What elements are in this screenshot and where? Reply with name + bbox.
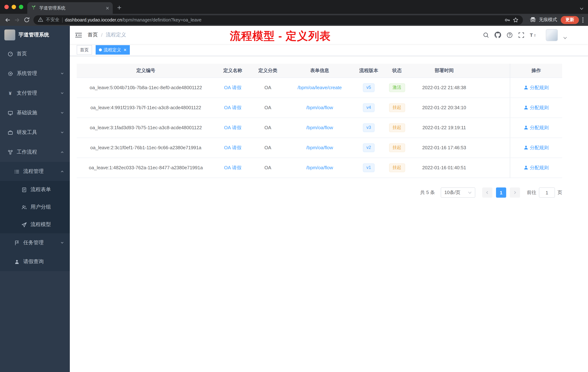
tag-home[interactable]: 首页: [77, 45, 92, 55]
sidebar-item-label: 首页: [17, 51, 27, 57]
sidebar-item-process-model[interactable]: 流程模型: [0, 216, 70, 233]
column-header: 状态: [383, 64, 410, 77]
sidebar-item-process-management[interactable]: 流程管理: [0, 162, 70, 181]
sidebar-item-payment[interactable]: ¥ 支付管理: [0, 83, 70, 103]
page-unit-label: 页: [557, 189, 562, 196]
sidebar-item-devtools[interactable]: 研发工具: [0, 123, 70, 142]
zoom-window-button[interactable]: [19, 5, 23, 9]
form-link[interactable]: /bpm/oa/flow: [306, 145, 333, 151]
sidebar-item-user-group[interactable]: 用户分组: [0, 198, 70, 216]
tab-close-icon[interactable]: [106, 6, 109, 10]
definition-category: OA: [251, 158, 285, 178]
url-bar[interactable]: 不安全 dashboard.yudao.iocoder.cn/bpm/manag…: [33, 15, 523, 25]
sidebar-item-workflow[interactable]: 工作流程: [0, 142, 70, 162]
sidebar-item-infrastructure[interactable]: 基础设施: [0, 103, 70, 123]
sidebar-item-task-management[interactable]: 任务管理: [0, 233, 70, 252]
search-icon[interactable]: [483, 32, 489, 38]
status-badge: 挂起: [389, 123, 405, 132]
form-link[interactable]: /bpm/oa/leave/create: [298, 85, 342, 91]
deploy-time: 2022-01-22 21:48:38: [410, 78, 478, 98]
hamburger-icon[interactable]: [75, 32, 82, 38]
minimize-window-button[interactable]: [12, 5, 16, 9]
version-badge: v2: [363, 143, 375, 152]
url-text[interactable]: dashboard.yudao.iocoder.cn/bpm/manager/d…: [65, 17, 201, 22]
breadcrumb-home[interactable]: 首页: [88, 32, 98, 38]
url-path: /bpm/manager/definition?key=oa_leave: [122, 17, 201, 22]
definition-name-link[interactable]: OA 请假: [224, 145, 241, 151]
sidebar-item-system[interactable]: 系统管理: [0, 64, 70, 83]
tag-process-definition[interactable]: 流程定义: [96, 45, 130, 55]
version-badge: v4: [363, 103, 375, 112]
goto-page-input[interactable]: [539, 187, 555, 198]
assign-rule-link[interactable]: 分配规则: [524, 165, 549, 171]
window-controls: [4, 5, 23, 9]
column-filler: [478, 64, 510, 77]
goto-label: 前往: [527, 189, 536, 196]
sidebar-item-process-form[interactable]: 流程表单: [0, 181, 70, 198]
assign-rule-link[interactable]: 分配规则: [524, 105, 549, 111]
assign-rule-link[interactable]: 分配规则: [524, 85, 549, 91]
form-link[interactable]: /bpm/oa/flow: [306, 105, 333, 111]
column-header: 定义名称: [215, 64, 251, 77]
font-size-icon[interactable]: TT: [530, 32, 537, 38]
url-host: dashboard.yudao.iocoder.cn: [65, 17, 122, 22]
forward-icon[interactable]: [12, 15, 22, 25]
sidebar-logo[interactable]: 芋道管理系统: [0, 26, 70, 44]
breadcrumb: 首页 / 流程定义: [88, 32, 126, 38]
update-button[interactable]: 更新: [561, 16, 579, 24]
github-icon[interactable]: [494, 32, 501, 38]
breadcrumb-current: 流程定义: [106, 32, 126, 38]
definition-name-link[interactable]: OA 请假: [224, 125, 241, 131]
bookmark-star-icon[interactable]: [513, 17, 519, 23]
assign-rule-link[interactable]: 分配规则: [524, 145, 549, 151]
definition-name-link[interactable]: OA 请假: [224, 165, 241, 171]
reload-icon[interactable]: [22, 15, 31, 25]
breadcrumb-separator: /: [101, 32, 103, 38]
avatar-caret-down-icon[interactable]: [563, 37, 567, 39]
security-warning-icon[interactable]: [38, 17, 43, 23]
incognito-icon: [529, 17, 536, 23]
close-window-button[interactable]: [4, 5, 9, 9]
incognito-indicator: 无痕模式: [529, 17, 557, 23]
definition-category: OA: [251, 138, 285, 158]
form-link[interactable]: /bpm/oa/flow: [306, 165, 333, 171]
sidebar-item-home[interactable]: 首页: [0, 44, 70, 64]
chevron-up-icon: [60, 150, 64, 154]
table-row: oa_leave:2:3c1f0ef1-76b1-11ec-9c66-a2380…: [77, 138, 562, 158]
fullscreen-icon[interactable]: [518, 32, 524, 38]
new-tab-button[interactable]: [117, 5, 121, 11]
row-filler: [478, 138, 510, 158]
next-page-button[interactable]: [510, 187, 520, 198]
definition-name-link[interactable]: OA 请假: [224, 105, 241, 111]
app-window: 芋道管理系统 首页 系统管理 ¥ 支付管理 基础设施: [0, 26, 588, 372]
deploy-time: 2022-01-16 01:40:51: [410, 158, 478, 178]
chevron-down-icon: [60, 91, 64, 95]
page-size-select[interactable]: 10条/页: [441, 187, 475, 198]
prev-page-button[interactable]: [482, 187, 492, 198]
sidebar-item-leave-query[interactable]: 请假查询: [0, 252, 70, 271]
users-icon: [21, 204, 27, 210]
password-key-icon[interactable]: [504, 17, 510, 23]
browser-tab[interactable]: 芋道管理系统: [27, 2, 113, 14]
definition-name-link[interactable]: OA 请假: [224, 85, 241, 91]
column-header: 定义分类: [251, 64, 285, 77]
chevron-down-icon: [60, 111, 64, 115]
back-icon[interactable]: [3, 15, 12, 25]
help-icon[interactable]: [506, 32, 513, 38]
form-link[interactable]: /bpm/oa/flow: [306, 125, 333, 131]
tag-close-icon[interactable]: [124, 48, 126, 51]
deploy-time: 2022-01-16 17:46:53: [410, 138, 478, 158]
paper-plane-icon: [21, 222, 27, 227]
version-badge: v1: [363, 164, 375, 172]
browser-menu-icon[interactable]: [582, 17, 584, 23]
page-number-button[interactable]: 1: [496, 187, 506, 198]
status-badge: 挂起: [389, 164, 405, 172]
sidebar-item-label: 支付管理: [17, 90, 37, 97]
chevron-right-icon: [513, 191, 517, 194]
column-header: 部署时间: [410, 64, 478, 77]
assign-rule-link[interactable]: 分配规则: [524, 125, 549, 131]
content-area: 定义编号 定义名称 定义分类 表单信息 流程版本 状态 部署时间 操作 oa_l…: [70, 56, 588, 372]
tab-favicon-icon: [31, 5, 36, 11]
user-avatar[interactable]: [546, 29, 558, 41]
tab-search-chevron-icon[interactable]: [580, 5, 584, 12]
